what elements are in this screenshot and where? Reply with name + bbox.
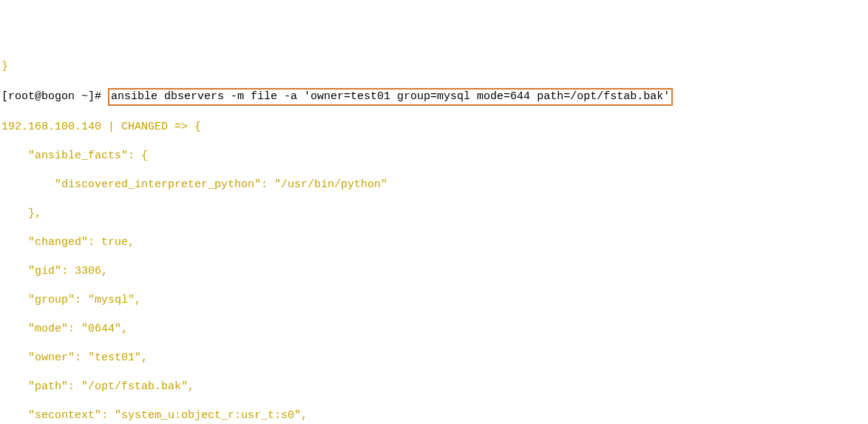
output-line: "discovered_interpreter_python": "/usr/b…	[1, 178, 867, 192]
json-close: }	[1, 60, 8, 73]
output-line: "mode": "0644",	[1, 322, 867, 337]
output-line: },	[1, 206, 867, 221]
output-line: "group": "mysql",	[1, 293, 867, 308]
highlighted-command-1: ansible dbservers -m file -a 'owner=test…	[108, 88, 673, 106]
ansible-output-header: 192.168.100.140 | CHANGED => {	[1, 120, 867, 135]
command-line-1: [root@bogon ~]# ansible dbservers -m fil…	[1, 88, 867, 106]
output-line: "secontext": "system_u:object_r:usr_t:s0…	[1, 408, 867, 423]
output-line: "ansible_facts": {	[1, 149, 867, 164]
output-line: "path": "/opt/fstab.bak",	[1, 380, 867, 394]
output-line: "gid": 3306,	[1, 264, 867, 279]
output-line: "changed": true,	[1, 235, 867, 250]
shell-prompt: [root@bogon ~]#	[1, 90, 108, 103]
output-line: "owner": "test01",	[1, 351, 867, 366]
